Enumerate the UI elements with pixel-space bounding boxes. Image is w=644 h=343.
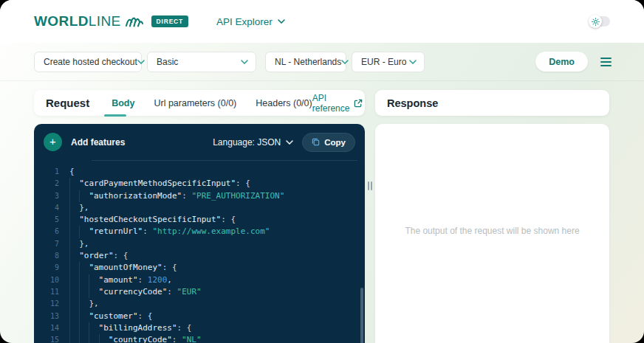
- indent-guide: [79, 226, 89, 238]
- code-line: 7},: [34, 238, 359, 250]
- country-select[interactable]: NL - Netherlands: [265, 52, 346, 72]
- indent-guide: [79, 190, 89, 202]
- code-lines[interactable]: 1{2"cardPaymentMethodSpecificInput": {3"…: [34, 166, 359, 343]
- line-number: 10: [34, 274, 69, 286]
- app-selector-label: API Explorer: [216, 16, 273, 27]
- indent-guide: [69, 178, 79, 190]
- worldline-wave-icon: [125, 15, 144, 28]
- code-line: 12},: [34, 298, 359, 310]
- indent-guide: [89, 322, 98, 334]
- line-number: 12: [34, 298, 69, 310]
- indent-guide: [79, 298, 89, 310]
- tab-headers[interactable]: Headers (0/0): [256, 98, 312, 108]
- currency-select[interactable]: EUR - Euro: [352, 52, 425, 72]
- indent-guide: [79, 286, 89, 298]
- line-number: 15: [34, 334, 69, 343]
- indent-guide: [79, 274, 89, 286]
- template-select[interactable]: Basic: [147, 52, 256, 72]
- chevron-down-icon: [241, 60, 248, 64]
- tab-body[interactable]: Body: [112, 98, 134, 108]
- indent-guide: [69, 214, 79, 226]
- worldline-logo: WORLDLINE: [34, 13, 144, 30]
- indent-guide: [89, 286, 98, 298]
- api-explorer-page: WORLDLINE DIRECT API Explorer: [0, 0, 644, 343]
- code-line: 3"authorizationMode": "PRE_AUTHORIZATION…: [34, 190, 359, 202]
- hamburger-menu-icon[interactable]: [600, 58, 612, 66]
- code-line: 6"returnUrl": "http://www.example.com": [34, 226, 359, 238]
- copy-button[interactable]: Copy: [302, 133, 355, 152]
- line-number: 14: [34, 322, 69, 334]
- code-line: 11"currencyCode": "EUR": [34, 286, 359, 298]
- indent-guide: [79, 322, 89, 334]
- direct-badge: DIRECT: [151, 15, 188, 27]
- plus-icon: +: [49, 136, 56, 147]
- line-number: 1: [34, 166, 69, 178]
- indent-guide: [99, 334, 109, 343]
- code-line: 13"customer": {: [34, 311, 359, 322]
- line-number: 13: [34, 311, 69, 322]
- editor-scrollbar[interactable]: [360, 288, 363, 343]
- code-line: 15"countryCode": "NL": [34, 334, 359, 343]
- language-select-value: Language: JSON: [213, 137, 281, 148]
- indent-guide: [69, 262, 79, 274]
- indent-guide: [79, 311, 89, 322]
- theme-toggle[interactable]: [590, 16, 610, 27]
- indent-guide: [69, 202, 79, 214]
- tab-url-parameters[interactable]: Url parameters (0/0): [154, 98, 236, 108]
- response-header-card: Response: [375, 90, 609, 116]
- chevron-down-icon: [341, 60, 349, 64]
- indent-guide: [89, 274, 98, 286]
- request-tabs: Body Url parameters (0/0) Headers (0/0): [112, 98, 312, 108]
- indent-guide: [69, 250, 79, 262]
- panel-resize-handle[interactable]: [368, 181, 372, 190]
- indent-guide: [69, 274, 79, 286]
- active-tab-indicator: [104, 114, 126, 117]
- country-select-value: NL - Netherlands: [275, 57, 341, 67]
- endpoint-select-value: Create hosted checkout: [44, 57, 137, 67]
- indent-guide: [69, 322, 79, 334]
- editor-divider: [92, 160, 357, 161]
- code-line: 4},: [34, 202, 359, 214]
- indent-guide: [89, 334, 98, 343]
- code-line: 10"amount": 1200,: [34, 274, 359, 286]
- code-line: 1{: [34, 166, 359, 178]
- sun-icon: [592, 18, 600, 26]
- line-number: 5: [34, 214, 69, 226]
- request-config-toolbar: Create hosted checkout Basic NL - Nether…: [0, 43, 644, 81]
- indent-guide: [79, 334, 89, 343]
- chevron-down-icon: [409, 60, 417, 64]
- external-link-icon: [354, 99, 363, 108]
- line-number: 9: [34, 262, 69, 274]
- code-line: 14"billingAddress": {: [34, 322, 359, 334]
- code-line: 9"amountOfMoney": {: [34, 262, 359, 274]
- logo-text-bold: WORLD: [34, 13, 89, 30]
- response-title: Response: [387, 97, 438, 109]
- chevron-down-icon: [137, 60, 145, 64]
- line-number: 3: [34, 190, 69, 202]
- language-select[interactable]: Language: JSON: [213, 137, 293, 148]
- request-header-card: Request Body Url parameters (0/0) Header…: [34, 90, 365, 116]
- indent-guide: [69, 286, 79, 298]
- chevron-down-icon: [286, 140, 293, 145]
- indent-guide: [69, 334, 79, 343]
- line-number: 11: [34, 286, 69, 298]
- line-number: 6: [34, 226, 69, 238]
- currency-select-value: EUR - Euro: [361, 57, 406, 67]
- logo-text-light: LINE: [89, 13, 121, 30]
- app-selector[interactable]: API Explorer: [216, 16, 285, 27]
- indent-guide: [69, 238, 79, 250]
- request-title: Request: [46, 97, 89, 109]
- copy-icon: [312, 138, 320, 146]
- api-reference-label: API reference: [312, 93, 350, 114]
- demo-button[interactable]: Demo: [535, 52, 588, 72]
- line-number: 4: [34, 202, 69, 214]
- add-features-button[interactable]: +: [44, 133, 62, 151]
- indent-guide: [79, 262, 89, 274]
- indent-guide: [69, 311, 79, 322]
- endpoint-select[interactable]: Create hosted checkout: [34, 52, 142, 72]
- indent-guide: [69, 298, 79, 310]
- code-line: 2"cardPaymentMethodSpecificInput": {: [34, 178, 359, 190]
- add-features-label: Add features: [71, 137, 125, 148]
- api-reference-link[interactable]: API reference: [312, 93, 363, 114]
- line-number: 7: [34, 238, 69, 250]
